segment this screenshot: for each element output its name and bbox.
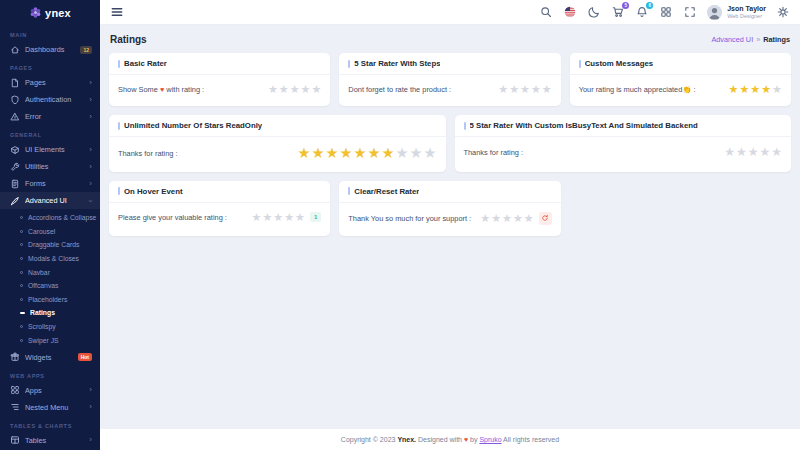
sidebar-subitem-carousel[interactable]: Carousel bbox=[0, 225, 100, 239]
star-icon[interactable]: ★ bbox=[542, 84, 552, 95]
star-icon[interactable]: ★ bbox=[326, 146, 339, 161]
sidebar-subitem-scrollspy[interactable]: Scrollspy bbox=[0, 320, 100, 334]
card-on-hover-event: On Hover EventPlease give your valuable … bbox=[109, 181, 330, 236]
menu-toggle-button[interactable] bbox=[110, 5, 124, 19]
star-icon[interactable]: ★ bbox=[520, 84, 530, 95]
reset-rating-button[interactable] bbox=[539, 212, 552, 225]
user-profile-button[interactable]: Json Taylor Web Designer bbox=[707, 5, 766, 20]
sidebar-subitem-offcanvas[interactable]: Offcanvas bbox=[0, 279, 100, 293]
star-icon[interactable]: ★ bbox=[382, 146, 395, 161]
star-rating[interactable]: ★★★★★ bbox=[252, 212, 305, 223]
sidebar-item-utilities[interactable]: Utilities› bbox=[0, 158, 100, 175]
star-icon[interactable]: ★ bbox=[498, 84, 508, 95]
star-icon[interactable]: ★ bbox=[279, 84, 289, 95]
gift-icon bbox=[10, 352, 20, 362]
star-icon[interactable]: ★ bbox=[480, 213, 490, 224]
apps-icon bbox=[10, 385, 20, 395]
sidebar-item-nested-menu[interactable]: Nested Menu› bbox=[0, 399, 100, 416]
star-icon[interactable]: ★ bbox=[290, 84, 300, 95]
sidebar-subitem-swiper-js[interactable]: Swiper JS bbox=[0, 333, 100, 347]
star-rating[interactable]: ★★★★★ bbox=[268, 84, 321, 95]
star-icon[interactable]: ★ bbox=[424, 146, 437, 161]
sidebar-item-forms[interactable]: Forms› bbox=[0, 175, 100, 192]
text-segment: with rating : bbox=[164, 85, 204, 94]
star-icon[interactable]: ★ bbox=[298, 146, 311, 161]
submenu-item-label: Carousel bbox=[28, 228, 55, 235]
star-icon[interactable]: ★ bbox=[311, 84, 321, 95]
star-rating[interactable]: ★★★★★ bbox=[724, 146, 782, 158]
sidebar-subitem-navbar[interactable]: Navbar bbox=[0, 265, 100, 279]
app-logo[interactable]: ynex bbox=[0, 0, 100, 25]
star-icon[interactable]: ★ bbox=[729, 84, 739, 95]
star-icon[interactable]: ★ bbox=[301, 84, 311, 95]
star-icon[interactable]: ★ bbox=[748, 146, 759, 158]
star-icon[interactable]: ★ bbox=[295, 212, 305, 223]
cart-button[interactable]: 5 bbox=[611, 5, 625, 19]
sidebar-subitem-accordions-collapse[interactable]: Accordions & Collapse bbox=[0, 211, 100, 225]
star-icon[interactable]: ★ bbox=[724, 146, 735, 158]
star-icon[interactable]: ★ bbox=[771, 146, 782, 158]
submenu-item-label: Draggable Cards bbox=[28, 241, 79, 248]
star-icon[interactable]: ★ bbox=[759, 146, 770, 158]
star-icon[interactable]: ★ bbox=[354, 146, 367, 161]
star-icon[interactable]: ★ bbox=[491, 213, 501, 224]
star-icon[interactable]: ★ bbox=[736, 146, 747, 158]
star-icon[interactable]: ★ bbox=[268, 84, 278, 95]
star-icon[interactable]: ★ bbox=[524, 213, 534, 224]
star-icon[interactable]: ★ bbox=[284, 212, 294, 223]
star-icon[interactable]: ★ bbox=[761, 84, 771, 95]
sidebar-item-apps[interactable]: Apps› bbox=[0, 382, 100, 399]
star-icon[interactable]: ★ bbox=[772, 84, 782, 95]
sidebar-item-error[interactable]: Error› bbox=[0, 108, 100, 125]
card-body: Thanks for rating :★★★★★★★★★★ bbox=[109, 137, 446, 172]
star-icon[interactable]: ★ bbox=[513, 213, 523, 224]
sidebar-item-authentication[interactable]: Authentication› bbox=[0, 91, 100, 108]
star-icon[interactable]: ★ bbox=[312, 146, 325, 161]
title-accent-bar bbox=[464, 122, 466, 130]
sidebar-item-advanced-ui[interactable]: Advanced UI› bbox=[0, 192, 100, 209]
star-icon[interactable]: ★ bbox=[502, 213, 512, 224]
star-icon[interactable]: ★ bbox=[368, 146, 381, 161]
card-5-star-rater-with-steps: 5 Star Rater With StepsDont forget to ra… bbox=[339, 53, 560, 106]
sidebar-subitem-ratings[interactable]: Ratings bbox=[0, 306, 100, 320]
star-icon[interactable]: ★ bbox=[262, 212, 272, 223]
main-area: 5 6 Json Taylor Web Designer bbox=[100, 0, 800, 450]
sidebar-subitem-modals-closes[interactable]: Modals & Closes bbox=[0, 252, 100, 266]
footer-text: All rights reserved bbox=[502, 436, 560, 443]
star-icon[interactable]: ★ bbox=[252, 212, 262, 223]
sidebar-item-tables[interactable]: Tables› bbox=[0, 432, 100, 449]
star-icon[interactable]: ★ bbox=[410, 146, 423, 161]
apps-grid-button[interactable] bbox=[659, 5, 673, 19]
card-title: 5 Star Rater With Custom IsBusyText And … bbox=[470, 121, 698, 130]
sidebar-item-widgets[interactable]: WidgetsHot bbox=[0, 349, 100, 366]
star-rating[interactable]: ★★★★★★★★★★ bbox=[298, 146, 437, 161]
star-icon[interactable]: ★ bbox=[509, 84, 519, 95]
forms-icon bbox=[10, 179, 20, 189]
star-rating[interactable]: ★★★★★ bbox=[498, 84, 551, 95]
dark-mode-toggle[interactable] bbox=[587, 5, 601, 19]
fullscreen-button[interactable] bbox=[683, 5, 697, 19]
submenu-item-label: Scrollspy bbox=[28, 323, 56, 330]
star-icon[interactable]: ★ bbox=[340, 146, 353, 161]
sidebar-item-ui-elements[interactable]: UI Elements› bbox=[0, 141, 100, 158]
star-icon[interactable]: ★ bbox=[750, 84, 760, 95]
moon-icon bbox=[588, 6, 600, 18]
star-rating[interactable]: ★★★★★ bbox=[480, 213, 533, 224]
star-icon[interactable]: ★ bbox=[531, 84, 541, 95]
search-button[interactable] bbox=[539, 5, 553, 19]
sidebar-item-dashboards[interactable]: Dashboards12 bbox=[0, 41, 100, 58]
sidebar-item-pages[interactable]: Pages› bbox=[0, 74, 100, 91]
star-rating[interactable]: ★★★★★ bbox=[729, 84, 782, 95]
sidebar-subitem-placeholders[interactable]: Placeholders bbox=[0, 293, 100, 307]
circle-icon bbox=[20, 216, 23, 219]
language-flag-button[interactable] bbox=[563, 5, 577, 19]
footer-brand-link[interactable]: Spruko bbox=[479, 436, 501, 443]
sidebar-subitem-draggable-cards[interactable]: Draggable Cards bbox=[0, 238, 100, 252]
star-icon[interactable]: ★ bbox=[739, 84, 749, 95]
notifications-button[interactable]: 6 bbox=[635, 5, 649, 19]
settings-button[interactable] bbox=[776, 5, 790, 19]
star-icon[interactable]: ★ bbox=[273, 212, 283, 223]
breadcrumb-parent-link[interactable]: Advanced UI bbox=[711, 35, 753, 44]
star-icon[interactable]: ★ bbox=[396, 146, 409, 161]
rating-side: ★★★★★ bbox=[498, 84, 551, 95]
